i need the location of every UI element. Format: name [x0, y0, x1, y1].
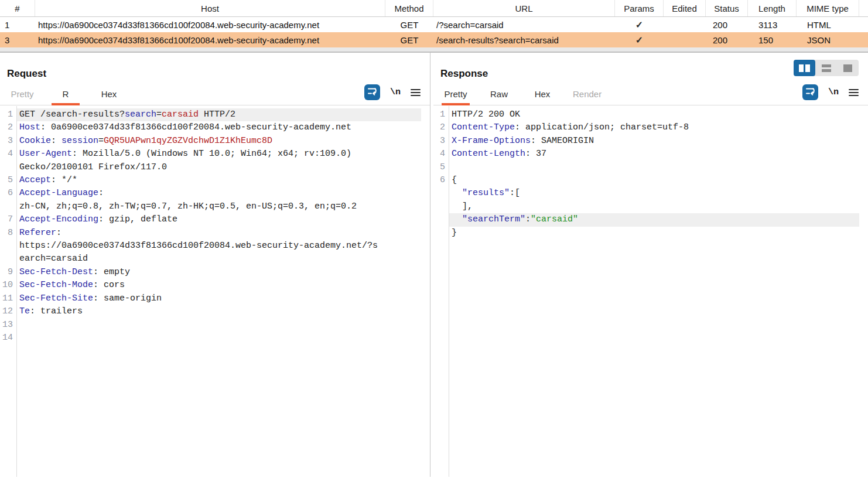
http-history-table: #HostMethodURLParamsEditedStatusLengthMI…	[0, 0, 868, 53]
word-wrap-button[interactable]	[364, 84, 380, 100]
editor-line: 13	[0, 319, 430, 332]
editor-line: 8Referer:	[0, 227, 430, 240]
newline-toggle-button[interactable]: \n	[390, 87, 401, 97]
column-header-length[interactable]: Length	[748, 0, 797, 16]
request-editor[interactable]: 1GET /search-results?search=carsaid HTTP…	[0, 106, 430, 477]
editor-line: 1HTTP/2 200 OK	[433, 108, 868, 121]
line-text: ],	[449, 200, 859, 213]
menu-icon	[411, 89, 421, 90]
response-panel: Response PrettyRawHexRender \n	[433, 53, 868, 477]
editor-line: 5	[433, 161, 868, 174]
editor-line: 3Cookie: session=GQR5UAPwn1qyZGZVdchwD1Z…	[0, 135, 430, 148]
line-text: {	[449, 174, 859, 187]
tab-hex[interactable]: Hex	[95, 87, 123, 105]
line-number: 3	[0, 135, 16, 148]
cell-edited	[664, 17, 706, 32]
cell-mime-type: JSON	[797, 32, 859, 47]
editor-line: 3X-Frame-Options: SAMEORIGIN	[433, 135, 868, 148]
line-text: X-Frame-Options: SAMEORIGIN	[449, 135, 859, 148]
cell-url: /search-results?search=carsaid	[433, 32, 615, 47]
tab-r[interactable]: R	[52, 87, 80, 105]
single-layout-icon	[843, 64, 852, 72]
line-text: Accept-Language:	[16, 187, 421, 200]
request-menu-button[interactable]	[411, 89, 421, 96]
history-row-3[interactable]: 3https://0a6900ce0374d33f81366cd100f2008…	[0, 32, 868, 47]
layout-single-button[interactable]	[837, 60, 859, 76]
line-number	[0, 240, 16, 252]
cell-mime-type: HTML	[797, 17, 859, 32]
editor-line: }	[433, 227, 868, 240]
editor-line: Gecko/20100101 Firefox/117.0	[0, 161, 430, 174]
line-text: Sec-Fetch-Site: same-origin	[16, 292, 421, 305]
line-number: 2	[433, 121, 449, 134]
cell-num: 3	[0, 32, 35, 47]
line-text: }	[449, 227, 859, 240]
response-title: Response	[440, 68, 488, 80]
line-text: HTTP/2 200 OK	[449, 108, 859, 121]
line-number: 5	[0, 174, 16, 187]
cell-method: GET	[385, 17, 433, 32]
tab-pretty[interactable]: Pretty	[442, 87, 470, 105]
history-splitter[interactable]	[0, 47, 868, 53]
response-editor[interactable]: 1HTTP/2 200 OK2Content-Type: application…	[433, 106, 868, 477]
cell-length: 3113	[748, 17, 797, 32]
request-tabbar: PrettyRHex	[0, 87, 138, 105]
line-number: 9	[0, 266, 16, 279]
line-text: earch=carsaid	[16, 252, 421, 265]
editor-line: 4User-Agent: Mozilla/5.0 (Windows NT 10.…	[0, 148, 430, 161]
line-text: User-Agent: Mozilla/5.0 (Windows NT 10.0…	[16, 148, 421, 161]
line-number: 12	[0, 305, 16, 318]
tab-render[interactable]: Render	[572, 87, 603, 105]
column-header-host[interactable]: Host	[35, 0, 385, 16]
column-header-url[interactable]: URL	[433, 0, 615, 16]
cell-url: /?search=carsaid	[433, 17, 615, 32]
cell-edited	[664, 32, 706, 47]
line-number: 6	[0, 187, 16, 200]
column-header-status[interactable]: Status	[706, 0, 748, 16]
column-header-method[interactable]: Method	[385, 0, 433, 16]
line-number: 1	[0, 108, 16, 121]
editor-line: 14	[0, 332, 430, 344]
pane-divider[interactable]	[430, 53, 430, 477]
editor-line: 10Sec-Fetch-Mode: cors	[0, 279, 430, 292]
cell-length: 150	[748, 32, 797, 47]
line-text: Referer:	[16, 227, 421, 240]
layout-rows-button[interactable]	[815, 60, 837, 76]
word-wrap-icon	[367, 86, 377, 98]
tab-pretty[interactable]: Pretty	[8, 87, 36, 105]
history-row-1[interactable]: 1https://0a6900ce0374d33f81366cd100f2008…	[0, 17, 868, 32]
line-text: Cookie: session=GQR5UAPwn1qyZGZVdchwD1Z1…	[16, 135, 421, 148]
column-header-mime-type[interactable]: MIME type	[797, 0, 859, 16]
line-text: Sec-Fetch-Dest: empty	[16, 266, 421, 279]
line-text: Sec-Fetch-Mode: cors	[16, 279, 421, 292]
response-menu-button[interactable]	[849, 89, 859, 96]
editor-line: 6Accept-Language:	[0, 187, 430, 200]
editor-line: "searchTerm":"carsaid"	[433, 213, 868, 226]
tab-raw[interactable]: Raw	[485, 87, 513, 105]
line-number	[433, 227, 449, 240]
line-number	[433, 187, 449, 200]
newline-toggle-button[interactable]: \n	[828, 87, 839, 97]
response-tabbar: PrettyRawHexRender	[433, 87, 618, 105]
column-header-edited[interactable]: Edited	[664, 0, 706, 16]
editor-line: https://0a6900ce0374d33f81366cd100f20084…	[0, 240, 430, 252]
line-number: 14	[0, 332, 16, 344]
gutter-divider	[16, 106, 17, 477]
word-wrap-button[interactable]	[802, 84, 818, 100]
line-number: 8	[0, 227, 16, 240]
cell-host: https://0a6900ce0374d33f81366cd100f20084…	[35, 17, 385, 32]
editor-line: 11Sec-Fetch-Site: same-origin	[0, 292, 430, 305]
editor-line: ],	[433, 200, 868, 213]
line-text: zh-CN, zh;q=0.8, zh-TW;q=0.7, zh-HK;q=0.…	[16, 200, 421, 213]
cell-params: ✓	[615, 17, 664, 32]
cell-status: 200	[706, 32, 748, 47]
layout-columns-button[interactable]	[794, 60, 815, 76]
line-text: https://0a6900ce0374d33f81366cd100f20084…	[16, 240, 421, 252]
history-header-row: #HostMethodURLParamsEditedStatusLengthMI…	[0, 0, 868, 17]
tab-hex[interactable]: Hex	[528, 87, 556, 105]
layout-switcher	[794, 60, 859, 76]
column-header-num[interactable]: #	[0, 0, 35, 16]
line-number: 13	[0, 319, 16, 332]
editor-line: earch=carsaid	[0, 252, 430, 265]
column-header-params[interactable]: Params	[615, 0, 664, 16]
